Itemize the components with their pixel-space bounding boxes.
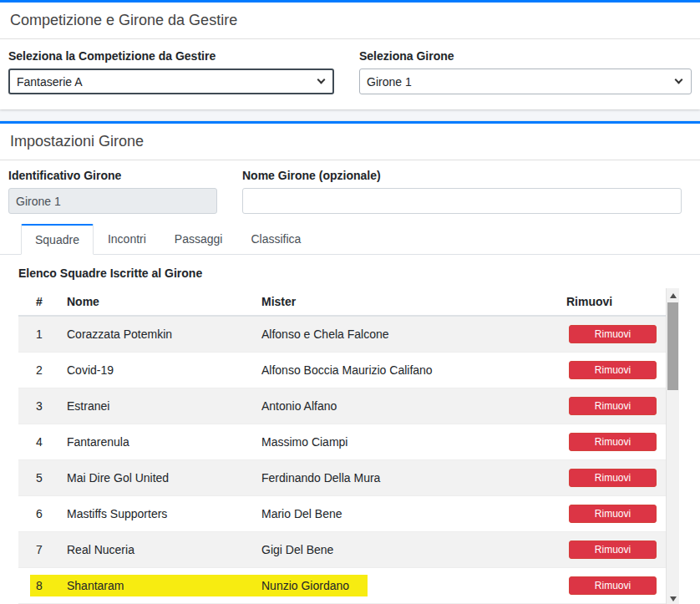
row-number: 5: [18, 460, 60, 496]
team-name: Mai Dire Gol United: [60, 460, 255, 496]
girone-id-group: Identificativo Girone: [8, 169, 217, 214]
competition-card-body: Seleziona la Competizione da Gestire Fan…: [0, 39, 700, 109]
settings-card: Impostazioni Girone Identificativo Giron…: [0, 121, 700, 604]
row-action-cell: Rimuovi: [560, 316, 666, 353]
table-row: 3 Estranei Antonio Alfano Rimuovi: [18, 388, 666, 424]
remove-button[interactable]: Rimuovi: [569, 469, 657, 487]
competition-card-title: Competizione e Girone da Gestire: [10, 12, 690, 29]
row-number: 1: [18, 316, 60, 353]
team-table-body: 1 Corazzata Potemkin Alfonso e Chela Fal…: [18, 316, 666, 604]
remove-button[interactable]: Rimuovi: [569, 433, 657, 451]
remove-button[interactable]: Rimuovi: [569, 397, 657, 415]
girone-id-label: Identificativo Girone: [8, 169, 217, 182]
table-row: 1 Corazzata Potemkin Alfonso e Chela Fal…: [18, 316, 666, 353]
team-name: Covid-19: [60, 353, 255, 388]
team-mister: Alfonso Boccia Maurizio Califano: [255, 353, 560, 388]
settings-card-body: Identificativo Girone Nome Girone (opzio…: [0, 160, 700, 604]
team-mister: Massimo Ciampi: [255, 424, 560, 460]
team-table: # Nome Mister Rimuovi 1 Corazzata Potemk…: [18, 288, 666, 604]
girone-id-input: [8, 188, 217, 214]
tab-squadre[interactable]: Squadre: [21, 224, 94, 255]
settings-card-title: Impostazioni Girone: [10, 133, 690, 150]
competition-select-group: Seleziona la Competizione da Gestire Fan…: [8, 49, 334, 94]
competition-select[interactable]: Fantaserie A: [8, 69, 334, 94]
scroll-up-button[interactable]: [667, 288, 679, 302]
girone-select-label: Seleziona Girone: [359, 49, 692, 63]
row-action-cell: Rimuovi: [560, 424, 666, 460]
competition-card: Competizione e Girone da Gestire Selezio…: [0, 0, 700, 109]
settings-card-header: Impostazioni Girone: [0, 124, 700, 160]
table-row: 6 Mastiffs Supporters Mario Del Bene Rim…: [18, 496, 666, 532]
girone-name-label: Nome Girone (opzionale): [242, 169, 682, 182]
girone-name-group: Nome Girone (opzionale): [242, 169, 682, 214]
remove-button[interactable]: Rimuovi: [569, 325, 657, 343]
row-action-cell: Rimuovi: [560, 460, 666, 496]
scroll-down-button[interactable]: [667, 591, 679, 604]
team-list-title: Elenco Squadre Iscritte al Girone: [18, 266, 700, 280]
header-number: #: [18, 288, 60, 316]
row-number: 8: [18, 568, 60, 604]
tab-classifica[interactable]: Classifica: [236, 224, 315, 255]
header-mister: Mister: [255, 288, 560, 316]
row-number: 7: [18, 532, 60, 568]
row-number: 2: [18, 353, 60, 388]
team-name: Estranei: [60, 388, 255, 424]
remove-button[interactable]: Rimuovi: [569, 576, 657, 595]
row-action-cell: Rimuovi: [560, 353, 666, 388]
row-number: 3: [18, 388, 60, 424]
scroll-down-icon: [670, 596, 677, 601]
scroll-up-icon: [670, 293, 677, 298]
competition-select-label: Seleziona la Competizione da Gestire: [8, 49, 334, 63]
girone-select[interactable]: Girone 1: [359, 69, 692, 94]
team-name: Corazzata Potemkin: [60, 316, 255, 353]
row-action-cell: Rimuovi: [560, 568, 666, 604]
row-action-cell: Rimuovi: [560, 388, 666, 424]
row-number: 4: [18, 424, 60, 460]
team-name: Shantaram: [60, 568, 255, 604]
team-name: Mastiffs Supporters: [60, 496, 255, 532]
table-header-row: # Nome Mister Rimuovi: [18, 288, 666, 316]
tab-incontri[interactable]: Incontri: [94, 224, 160, 255]
tab-passaggi[interactable]: Passaggi: [160, 224, 237, 255]
team-mister: Nunzio Giordano: [255, 568, 560, 604]
team-table-region: # Nome Mister Rimuovi 1 Corazzata Potemk…: [18, 288, 679, 604]
header-rimuovi: Rimuovi: [560, 288, 666, 316]
team-mister: Antonio Alfano: [255, 388, 560, 424]
team-name: Real Nuceria: [60, 532, 255, 568]
team-mister: Gigi Del Bene: [255, 532, 560, 568]
table-row: 2 Covid-19 Alfonso Boccia Maurizio Calif…: [18, 353, 666, 388]
row-action-cell: Rimuovi: [560, 532, 666, 568]
scrollbar-thumb[interactable]: [667, 302, 678, 390]
table-row: 7 Real Nuceria Gigi Del Bene Rimuovi: [18, 532, 666, 568]
table-row: 5 Mai Dire Gol United Ferdinando Della M…: [18, 460, 666, 496]
row-number: 6: [18, 496, 60, 532]
team-name: Fantarenula: [60, 424, 255, 460]
team-mister: Mario Del Bene: [255, 496, 560, 532]
header-nome: Nome: [60, 288, 255, 316]
girone-name-input[interactable]: [242, 188, 682, 214]
table-scrollbar[interactable]: [666, 288, 679, 604]
girone-select-group: Seleziona Girone Girone 1: [359, 49, 692, 94]
remove-button[interactable]: Rimuovi: [569, 361, 657, 379]
remove-button[interactable]: Rimuovi: [569, 541, 657, 559]
table-row: 8 Shantaram Nunzio Giordano Rimuovi: [18, 568, 666, 604]
competition-card-header: Competizione e Girone da Gestire: [0, 3, 700, 39]
girone-tabs: Squadre Incontri Passaggi Classifica: [0, 224, 700, 255]
row-action-cell: Rimuovi: [560, 496, 666, 532]
team-mister: Ferdinando Della Mura: [255, 460, 560, 496]
table-row: 4 Fantarenula Massimo Ciampi Rimuovi: [18, 424, 666, 460]
remove-button[interactable]: Rimuovi: [569, 505, 657, 523]
team-mister: Alfonso e Chela Falcone: [255, 316, 560, 353]
